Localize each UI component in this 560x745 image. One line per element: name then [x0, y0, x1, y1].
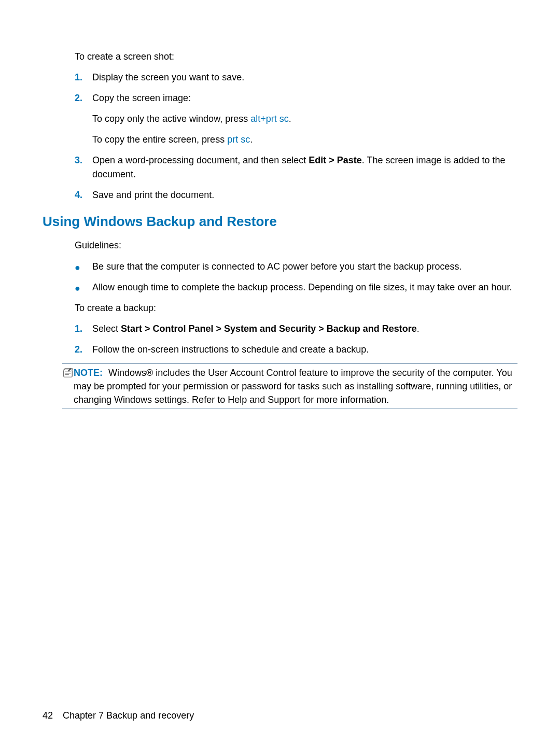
- step-number: 1.: [75, 322, 92, 335]
- step-2-sub-1: To copy only the active window, press al…: [92, 112, 517, 125]
- step-number: 2.: [75, 343, 92, 356]
- bullet-1: ● Be sure that the computer is connected…: [75, 260, 517, 273]
- step-number: 3.: [75, 153, 92, 167]
- sub-suffix: .: [289, 114, 291, 124]
- guidelines-intro: Guidelines:: [75, 238, 517, 252]
- bullet-icon: ●: [75, 263, 92, 272]
- step-prefix: Select: [92, 324, 121, 334]
- note-label: NOTE:: [74, 368, 103, 378]
- step-suffix: .: [417, 324, 419, 334]
- step-content: Follow the on-screen instructions to sch…: [92, 343, 517, 356]
- step-content: Open a word-processing document, and the…: [92, 153, 517, 180]
- key-alt: alt: [250, 114, 260, 124]
- note-icon: [62, 367, 74, 382]
- step-4: 4. Save and print the document.: [75, 188, 517, 202]
- step-content: Select Start > Control Panel > System an…: [92, 322, 517, 335]
- bullet-icon: ●: [75, 284, 92, 293]
- sub-text: To copy only the active window, press: [92, 114, 250, 124]
- step-bold: Edit > Paste: [309, 155, 362, 165]
- note-content: NOTE: Windows® includes the User Account…: [74, 366, 517, 406]
- sub-text: To copy the entire screen, press: [92, 134, 227, 145]
- screenshot-steps-list: 1. Display the screen you want to save. …: [75, 71, 517, 202]
- bullet-content: Allow enough time to complete the backup…: [92, 280, 517, 294]
- backup-intro: To create a backup:: [75, 301, 517, 315]
- guidelines-list: ● Be sure that the computer is connected…: [75, 260, 517, 294]
- step-number: 2.: [75, 91, 92, 105]
- step-content: Copy the screen image:: [92, 91, 517, 105]
- step-content: Display the screen you want to save.: [92, 71, 517, 84]
- note-text: Windows® includes the User Account Contr…: [74, 368, 512, 405]
- bullet-content: Be sure that the computer is connected t…: [92, 260, 517, 273]
- step-3: 3. Open a word-processing document, and …: [75, 153, 517, 180]
- key-prtsc: prt sc: [227, 134, 250, 145]
- step-prefix: Open a word-processing document, and the…: [92, 155, 309, 165]
- section-heading: Using Windows Backup and Restore: [43, 212, 517, 232]
- step-1: 1. Display the screen you want to save.: [75, 71, 517, 84]
- footer-chapter: Chapter 7 Backup and recovery: [63, 710, 194, 721]
- bullet-2: ● Allow enough time to complete the back…: [75, 280, 517, 294]
- backup-step-1: 1. Select Start > Control Panel > System…: [75, 322, 517, 335]
- page-number: 42: [43, 710, 53, 721]
- step-content: Save and print the document.: [92, 188, 517, 202]
- step-bold: Start > Control Panel > System and Secur…: [121, 324, 417, 334]
- step-2: 2. Copy the screen image: To copy only t…: [75, 91, 517, 146]
- sub-suffix: .: [250, 134, 253, 145]
- step-2-sub-2: To copy the entire screen, press prt sc.: [92, 133, 517, 146]
- page-footer: 42 Chapter 7 Backup and recovery: [43, 709, 194, 722]
- step-number: 4.: [75, 188, 92, 202]
- note-box: NOTE: Windows® includes the User Account…: [62, 363, 517, 409]
- backup-steps-list: 1. Select Start > Control Panel > System…: [75, 322, 517, 356]
- key-prtsc: prt sc: [266, 114, 289, 124]
- step-number: 1.: [75, 71, 92, 84]
- backup-step-2: 2. Follow the on-screen instructions to …: [75, 343, 517, 356]
- screenshot-intro: To create a screen shot:: [75, 50, 517, 63]
- key-plus: +: [260, 114, 266, 124]
